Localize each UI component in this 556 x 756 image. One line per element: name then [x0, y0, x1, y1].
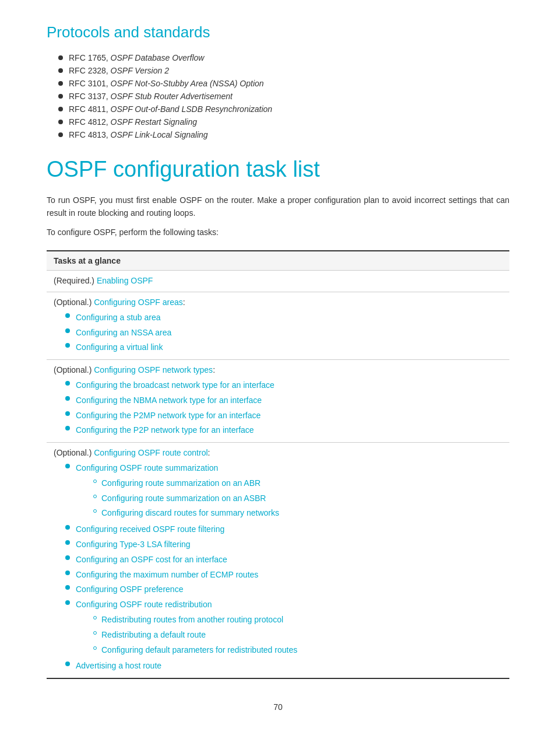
default-params-link[interactable]: Configuring default parameters for redis… [101, 643, 297, 657]
p2mp-network-type-link[interactable]: Configuring the P2MP network type for an… [76, 409, 261, 423]
protocols-heading: Protocols and standards [47, 23, 509, 41]
advertising-host-route-link[interactable]: Advertising a host route [76, 659, 161, 673]
sub-bullet-icon [93, 631, 97, 635]
bullet-icon [65, 555, 70, 560]
list-item: Configuring a stub area [65, 311, 502, 325]
bullet-icon [65, 343, 70, 348]
bullet-icon [65, 411, 70, 416]
ospf-heading: OSPF configuration task list [47, 157, 509, 182]
list-item: RFC 1765, OSPF Database Overflow [58, 53, 509, 62]
list-item: RFC 3137, OSPF Stub Router Advertisement [58, 92, 509, 101]
list-item: RFC 2328, OSPF Version 2 [58, 66, 509, 75]
list-item: Configuring Type-3 LSA filtering [65, 538, 502, 552]
route-redistribution-link[interactable]: Configuring OSPF route redistribution [76, 600, 212, 609]
sub-bullet-icon [93, 495, 97, 498]
list-item: Configuring an NSSA area [65, 326, 502, 340]
ospf-areas-sublist: Configuring a stub area Configuring an N… [65, 311, 502, 355]
summarization-asbr-link[interactable]: Configuring route summarization on an AS… [101, 492, 266, 506]
table-row-network-types: (Optional.) Configuring OSPF network typ… [47, 360, 509, 443]
list-item: Advertising a host route [65, 659, 502, 673]
p2p-network-type-link[interactable]: Configuring the P2P network type for an … [76, 424, 254, 438]
ospf-cost-link[interactable]: Configuring an OSPF cost for an interfac… [76, 553, 227, 567]
configuring-nssa-area-link[interactable]: Configuring an NSSA area [76, 326, 171, 340]
protocols-list: RFC 1765, OSPF Database Overflow RFC 232… [58, 53, 509, 139]
list-item: Configuring discard routes for summary n… [93, 506, 279, 520]
sub-bullet-icon [93, 616, 97, 620]
list-item: Configuring the P2MP network type for an… [65, 409, 502, 423]
route-control-sublist: Configuring OSPF route summarization Con… [65, 461, 502, 673]
configuring-stub-area-link[interactable]: Configuring a stub area [76, 311, 161, 325]
list-item: Configuring a virtual link [65, 341, 502, 355]
list-item: Configuring OSPF preference [65, 583, 502, 597]
list-item: Configuring the maximum number of ECMP r… [65, 568, 502, 582]
list-item: RFC 3101, OSPF Not-So-Stubby Area (NSSA)… [58, 79, 509, 88]
route-summarization-sublist: Configuring route summarization on an AB… [93, 477, 279, 520]
bullet-icon [65, 525, 70, 530]
list-item: Configuring route summarization on an AB… [93, 477, 279, 491]
task-table: Tasks at a glance (Required.) Enabling O… [47, 250, 509, 679]
intro-paragraph-2: To configure OSPF, perform the following… [47, 226, 509, 239]
configuring-ospf-network-types-link[interactable]: Configuring OSPF network types [94, 365, 213, 374]
type3-lsa-filtering-link[interactable]: Configuring Type-3 LSA filtering [76, 538, 191, 552]
bullet-icon [58, 107, 63, 111]
table-row-required: (Required.) Enabling OSPF [47, 271, 509, 292]
bullet-icon [65, 396, 70, 401]
list-item: RFC 4812, OSPF Restart Signaling [58, 117, 509, 127]
bullet-icon [65, 600, 70, 605]
redistributing-default-route-link[interactable]: Redistributing a default route [101, 628, 206, 642]
configuring-virtual-link-link[interactable]: Configuring a virtual link [76, 341, 163, 355]
received-route-filtering-link[interactable]: Configuring received OSPF route filterin… [76, 523, 224, 537]
bullet-icon [58, 120, 63, 124]
list-item: Configuring the P2P network type for an … [65, 424, 502, 438]
list-item: Redistributing a default route [93, 628, 297, 642]
broadcast-network-type-link[interactable]: Configuring the broadcast network type f… [76, 379, 275, 393]
sub-bullet-icon [93, 646, 97, 650]
intro-paragraph-1: To run OSPF, you must first enable OSPF … [47, 194, 509, 220]
discard-routes-link[interactable]: Configuring discard routes for summary n… [101, 506, 279, 520]
bullet-icon [58, 94, 63, 99]
list-item: Redistributing routes from another routi… [93, 613, 297, 627]
route-summarization-link[interactable]: Configuring OSPF route summarization [76, 463, 218, 473]
list-item: Configuring route summarization on an AS… [93, 492, 279, 506]
bullet-icon [65, 570, 70, 575]
list-item: Configuring the NBMA network type for an… [65, 394, 502, 408]
list-item: Configuring OSPF route redistribution Re… [65, 598, 502, 658]
list-item: Configuring OSPF route summarization Con… [65, 461, 502, 522]
list-item: Configuring the broadcast network type f… [65, 379, 502, 393]
optional-label: (Optional.) [54, 448, 94, 457]
redistribution-sublist: Redistributing routes from another routi… [93, 613, 297, 657]
bullet-icon [58, 55, 63, 60]
bullet-icon [58, 132, 63, 137]
network-types-sublist: Configuring the broadcast network type f… [65, 379, 502, 438]
table-row-route-control: (Optional.) Configuring OSPF route contr… [47, 443, 509, 678]
bullet-icon [58, 81, 63, 86]
ospf-preference-link[interactable]: Configuring OSPF preference [76, 583, 183, 597]
optional-label: (Optional.) [54, 298, 94, 307]
configuring-ospf-route-control-link[interactable]: Configuring OSPF route control [94, 448, 207, 457]
optional-label: (Optional.) [54, 365, 94, 374]
bullet-icon [65, 381, 70, 386]
bullet-icon [65, 464, 70, 468]
table-header: Tasks at a glance [47, 251, 509, 271]
enabling-ospf-link[interactable]: Enabling OSPF [97, 276, 153, 285]
required-label: (Required.) [54, 276, 97, 285]
bullet-icon [65, 540, 70, 545]
page-number: 70 [47, 702, 509, 712]
bullet-icon [65, 426, 70, 430]
bullet-icon [65, 662, 70, 666]
list-item: RFC 4811, OSPF Out-of-Band LSDB Resynchr… [58, 104, 509, 114]
configuring-ospf-areas-link[interactable]: Configuring OSPF areas [94, 298, 183, 307]
sub-bullet-icon [93, 480, 97, 483]
redistributing-routes-link[interactable]: Redistributing routes from another routi… [101, 613, 283, 627]
list-item: Configuring an OSPF cost for an interfac… [65, 553, 502, 567]
bullet-icon [65, 328, 70, 333]
sub-bullet-icon [93, 509, 97, 513]
bullet-icon [65, 313, 70, 318]
summarization-abr-link[interactable]: Configuring route summarization on an AB… [101, 477, 261, 491]
bullet-icon [65, 585, 70, 590]
max-ecmp-routes-link[interactable]: Configuring the maximum number of ECMP r… [76, 568, 258, 582]
list-item: Configuring received OSPF route filterin… [65, 523, 502, 537]
nbma-network-type-link[interactable]: Configuring the NBMA network type for an… [76, 394, 262, 408]
table-row-ospf-areas: (Optional.) Configuring OSPF areas: Conf… [47, 292, 509, 360]
list-item: RFC 4813, OSPF Link-Local Signaling [58, 130, 509, 139]
